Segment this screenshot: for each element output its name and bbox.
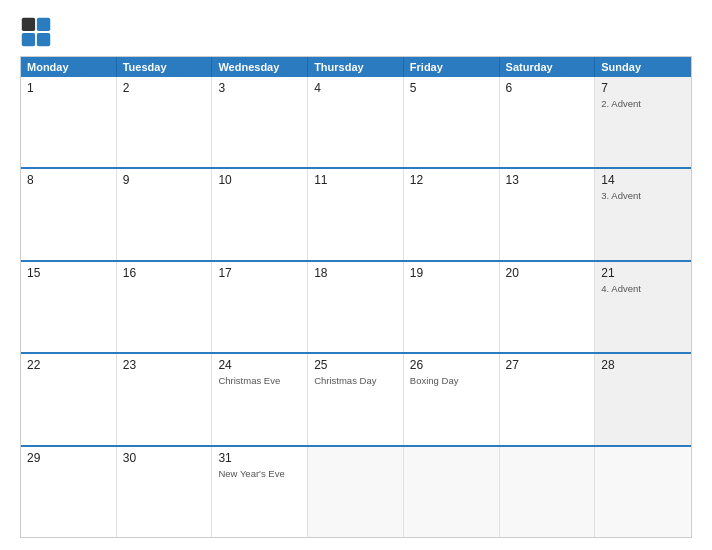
calendar-cell: 11 (308, 169, 404, 259)
day-number: 2 (123, 81, 206, 95)
day-number: 10 (218, 173, 301, 187)
day-event: Christmas Day (314, 375, 397, 387)
week-row-2: 8910111213143. Advent (21, 167, 691, 259)
svg-rect-2 (22, 33, 35, 46)
calendar-cell: 12 (404, 169, 500, 259)
calendar-cell: 2 (117, 77, 213, 167)
calendar-cell: 28 (595, 354, 691, 444)
day-number: 4 (314, 81, 397, 95)
calendar-cell: 31New Year's Eve (212, 447, 308, 537)
svg-rect-0 (22, 18, 35, 31)
day-number: 5 (410, 81, 493, 95)
col-header-thursday: Thursday (308, 57, 404, 77)
day-number: 28 (601, 358, 685, 372)
col-header-saturday: Saturday (500, 57, 596, 77)
day-number: 12 (410, 173, 493, 187)
calendar-cell: 6 (500, 77, 596, 167)
day-number: 11 (314, 173, 397, 187)
logo-svg (20, 16, 52, 48)
calendar-cell: 4 (308, 77, 404, 167)
day-number: 1 (27, 81, 110, 95)
calendar-cell: 3 (212, 77, 308, 167)
day-number: 7 (601, 81, 685, 95)
day-event: New Year's Eve (218, 468, 301, 480)
calendar-cell: 23 (117, 354, 213, 444)
calendar-cell: 17 (212, 262, 308, 352)
week-row-4: 222324Christmas Eve25Christmas Day26Boxi… (21, 352, 691, 444)
calendar-cell: 214. Advent (595, 262, 691, 352)
calendar-cell: 1 (21, 77, 117, 167)
calendar-cell: 22 (21, 354, 117, 444)
day-event: Christmas Eve (218, 375, 301, 387)
calendar: MondayTuesdayWednesdayThursdayFridaySatu… (20, 56, 692, 538)
day-number: 24 (218, 358, 301, 372)
calendar-cell: 29 (21, 447, 117, 537)
calendar-cell: 25Christmas Day (308, 354, 404, 444)
day-number: 3 (218, 81, 301, 95)
calendar-cell (500, 447, 596, 537)
day-number: 9 (123, 173, 206, 187)
logo (20, 16, 54, 48)
day-number: 25 (314, 358, 397, 372)
day-number: 8 (27, 173, 110, 187)
day-event: 2. Advent (601, 98, 685, 110)
calendar-cell: 72. Advent (595, 77, 691, 167)
calendar-cell: 26Boxing Day (404, 354, 500, 444)
calendar-cell (595, 447, 691, 537)
col-header-tuesday: Tuesday (117, 57, 213, 77)
day-number: 29 (27, 451, 110, 465)
page: MondayTuesdayWednesdayThursdayFridaySatu… (0, 0, 712, 550)
week-row-3: 151617181920214. Advent (21, 260, 691, 352)
weeks-container: 12345672. Advent8910111213143. Advent151… (21, 77, 691, 537)
calendar-cell (404, 447, 500, 537)
svg-rect-1 (37, 18, 50, 31)
day-number: 13 (506, 173, 589, 187)
day-number: 15 (27, 266, 110, 280)
day-event: 4. Advent (601, 283, 685, 295)
calendar-cell: 10 (212, 169, 308, 259)
calendar-cell: 16 (117, 262, 213, 352)
calendar-cell: 13 (500, 169, 596, 259)
day-number: 17 (218, 266, 301, 280)
header (20, 16, 692, 48)
calendar-cell: 8 (21, 169, 117, 259)
day-number: 6 (506, 81, 589, 95)
day-number: 14 (601, 173, 685, 187)
day-number: 16 (123, 266, 206, 280)
day-event: Boxing Day (410, 375, 493, 387)
col-header-friday: Friday (404, 57, 500, 77)
day-number: 30 (123, 451, 206, 465)
week-row-1: 12345672. Advent (21, 77, 691, 167)
day-number: 20 (506, 266, 589, 280)
calendar-cell: 5 (404, 77, 500, 167)
calendar-cell: 143. Advent (595, 169, 691, 259)
col-header-monday: Monday (21, 57, 117, 77)
calendar-cell: 15 (21, 262, 117, 352)
day-number: 19 (410, 266, 493, 280)
calendar-cell: 20 (500, 262, 596, 352)
day-number: 22 (27, 358, 110, 372)
column-headers: MondayTuesdayWednesdayThursdayFridaySatu… (21, 57, 691, 77)
col-header-wednesday: Wednesday (212, 57, 308, 77)
calendar-cell: 24Christmas Eve (212, 354, 308, 444)
col-header-sunday: Sunday (595, 57, 691, 77)
day-number: 31 (218, 451, 301, 465)
calendar-cell: 19 (404, 262, 500, 352)
svg-rect-3 (37, 33, 50, 46)
day-number: 21 (601, 266, 685, 280)
calendar-cell: 30 (117, 447, 213, 537)
day-number: 23 (123, 358, 206, 372)
calendar-cell: 18 (308, 262, 404, 352)
day-number: 18 (314, 266, 397, 280)
calendar-cell: 27 (500, 354, 596, 444)
calendar-cell: 9 (117, 169, 213, 259)
day-number: 27 (506, 358, 589, 372)
day-number: 26 (410, 358, 493, 372)
calendar-cell (308, 447, 404, 537)
week-row-5: 293031New Year's Eve (21, 445, 691, 537)
day-event: 3. Advent (601, 190, 685, 202)
